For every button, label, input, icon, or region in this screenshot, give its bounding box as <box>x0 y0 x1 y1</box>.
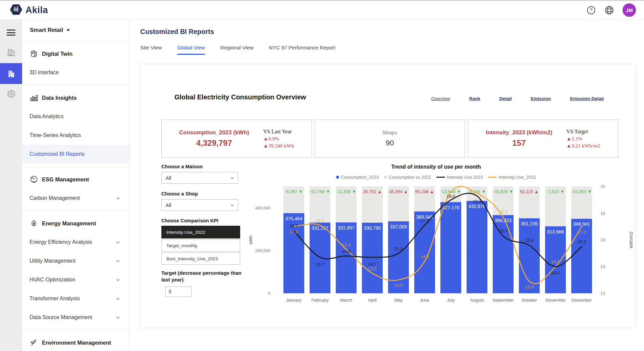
chevron-down-icon <box>115 196 120 201</box>
bar-february[interactable] <box>310 223 330 293</box>
legend-label: Consumption vs 2022 <box>389 175 431 180</box>
sidebar-item-environment-management[interactable]: Environment Management <box>22 333 129 351</box>
sidebar-item-transformer-analysis[interactable]: Transformer Analysis <box>22 289 129 308</box>
bar-value-label: 432,876 <box>469 204 486 209</box>
sidebar-item-hvac-optimization[interactable]: HVAC Optimization <box>22 270 129 289</box>
buildings-icon[interactable] <box>0 42 22 62</box>
sidebar-item-customized-bi-reports[interactable]: Customized BI Reports <box>22 145 129 164</box>
kpi-option-target-monthly[interactable]: Target_monthly <box>161 239 240 252</box>
maison-dropdown[interactable]: All <box>161 172 238 184</box>
avatar[interactable]: JM <box>623 3 636 17</box>
sidebar-section: Energy ManagementEnergy Efficiency Analy… <box>22 211 129 330</box>
kpi-vs-delta-abs: ▲9.21 kWh/m2 <box>567 143 600 149</box>
chevron-down-icon <box>230 203 234 208</box>
maison-filter-label: Choose a Maison <box>161 164 249 169</box>
report-link-emission[interactable]: Emission <box>531 96 551 101</box>
sidebar-item-label: Digital Twin <box>42 51 72 57</box>
filters-panel: Choose a Maison All Choose a Shop All Ch… <box>161 164 249 297</box>
report-link-overview[interactable]: Overview <box>431 96 450 101</box>
kpi-option-best-intensity-use-2023[interactable]: Best_Intensity_Use_2023 <box>161 253 240 265</box>
bar-value-label: 330,750 <box>364 225 381 231</box>
intensity-2023-label: 14.7 <box>368 262 376 267</box>
delta-label: 26,752 ▲ <box>363 189 382 194</box>
report-link-detail[interactable]: Detail <box>499 96 512 101</box>
legend-label: Intensity Use 2023 <box>447 175 483 180</box>
chevron-down-icon <box>115 315 120 320</box>
month-label: June <box>420 298 429 303</box>
legend-item-consumption-2023[interactable]: Consumption_2023 <box>336 175 379 180</box>
workspace-selector[interactable]: Smart Retail <box>22 19 129 41</box>
tab-site-view[interactable]: Site View <box>140 45 162 55</box>
delta-label: -33,353 ▼ <box>572 189 592 194</box>
akila-logo-icon <box>10 4 22 16</box>
sidebar-item-esg-management[interactable]: ESG Management <box>22 170 129 189</box>
intensity-2022-label: 17.1 <box>316 218 324 223</box>
kpi-card-shops: Shops 90 <box>315 120 465 158</box>
bar-august[interactable] <box>467 201 487 293</box>
globe-icon <box>30 175 38 184</box>
chevron-down-icon <box>230 176 234 180</box>
maison-dropdown-value: All <box>166 175 171 181</box>
intensity-2023-label: 15.6 <box>525 238 533 243</box>
legend-line-marker <box>488 177 497 178</box>
legend-dot-marker <box>384 176 387 179</box>
tab-nyc-97-performance-report[interactable]: NYC 97 Performance Report <box>269 45 335 55</box>
legend-item-consumption-vs-2022[interactable]: Consumption vs 2022 <box>384 175 431 180</box>
tab-regional-view[interactable]: Regional View <box>220 45 254 55</box>
report-title: Global Electricity Consumption Overview <box>174 93 306 101</box>
delta-label: -52,768 ▼ <box>310 189 330 194</box>
right-axis-tick: 18 <box>600 211 605 216</box>
building-active-icon[interactable] <box>0 63 22 84</box>
bar-april[interactable] <box>362 223 383 293</box>
sidebar-section: Environment Management <box>22 330 129 351</box>
shop-dropdown[interactable]: All <box>161 199 238 211</box>
globe-language-icon[interactable] <box>604 5 614 15</box>
sidebar-item-label: Customized BI Reports <box>30 151 85 157</box>
help-icon[interactable]: ? <box>586 5 596 15</box>
consumption-trend-chart[interactable]: Trend of intensity of use per month Cons… <box>248 162 639 308</box>
intensity-2022-label: 14.0 <box>551 259 559 264</box>
kpi-option-intensity-use-2022[interactable]: Intensity Use_2022 <box>161 226 240 238</box>
sidebar-item-energy-management[interactable]: Energy Management <box>22 214 129 233</box>
sidebar-item-data-insights[interactable]: Data Insights <box>22 88 129 107</box>
intensity-2023-label: 15.5 <box>577 239 586 244</box>
target-input[interactable] <box>165 287 192 297</box>
intensity-2022-label: 17.7 <box>499 210 507 215</box>
gear-icon[interactable] <box>0 84 22 103</box>
bar-march[interactable] <box>336 222 357 293</box>
month-label: February <box>311 298 329 303</box>
sidebar-item-time-series-analytics[interactable]: Time-Series Analytics <box>22 126 129 145</box>
sidebar-item-carbon-management[interactable]: Carbon Management <box>22 189 129 208</box>
intensity-2022-label: 15.3 <box>342 243 350 248</box>
chart-svg[interactable]: 0200,000400,0001214161820kWhkWh/m2-6,367… <box>248 162 639 308</box>
month-label: November <box>545 298 566 303</box>
caret-down-icon <box>66 29 70 32</box>
bar-may[interactable] <box>388 221 409 293</box>
menu-icon[interactable] <box>0 23 22 42</box>
bar-october[interactable] <box>519 218 540 293</box>
bar-value-label: 348,941 <box>573 221 590 227</box>
legend-item-intensity-use-2022[interactable]: Intensity Use_2022 <box>488 175 536 180</box>
kpi-vs-delta-pct: ▲0.9% <box>263 136 294 142</box>
month-label: January <box>286 298 302 303</box>
brand[interactable]: Akila <box>10 4 48 16</box>
tab-global-view[interactable]: Global View <box>177 45 205 55</box>
report-link-rank[interactable]: Rank <box>469 96 480 101</box>
report-link-emission-detail[interactable]: Emission Detail <box>570 96 604 101</box>
navbar-actions: ? JM <box>586 3 636 17</box>
sidebar-item-label: ESG Management <box>42 176 89 183</box>
right-axis-label: kWh/m2 <box>629 231 634 248</box>
bar-june[interactable] <box>414 212 435 293</box>
workspace-label: Smart Retail <box>30 27 63 34</box>
bar-july[interactable] <box>440 202 461 293</box>
sidebar-item-utility-management[interactable]: Utility Management <box>22 252 129 270</box>
sidebar-item-digital-twin[interactable]: Digital Twin <box>22 44 129 63</box>
month-label: May <box>394 298 403 303</box>
legend-item-intensity-use-2023[interactable]: Intensity Use 2023 <box>436 175 483 180</box>
bar-value-label: 366,323 <box>495 218 512 223</box>
sidebar-item-data-source-management[interactable]: Data Source Management <box>22 308 129 327</box>
sidebar-item-energy-efficiency-analysis[interactable]: Energy Efficiency Analysis <box>22 233 129 252</box>
sidebar-item-3d-interface[interactable]: 3D Interface <box>22 63 129 82</box>
sidebar-item-data-analytics[interactable]: Data Analytics <box>22 107 129 126</box>
month-label: August <box>470 298 484 303</box>
